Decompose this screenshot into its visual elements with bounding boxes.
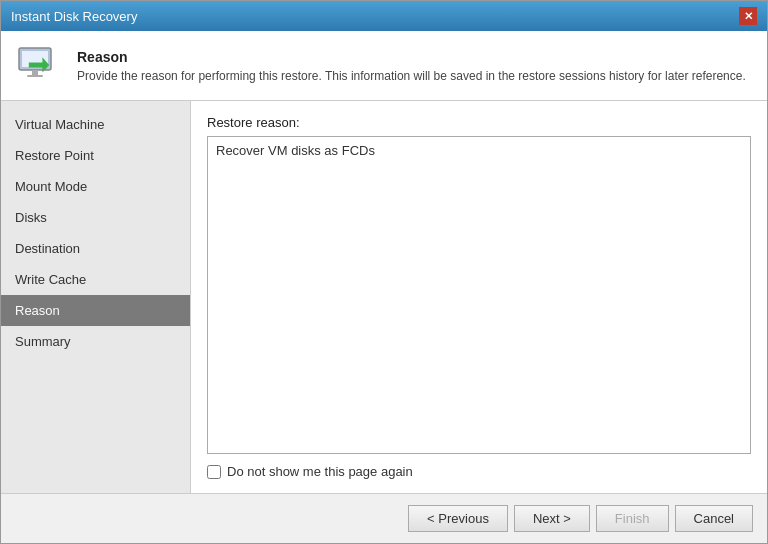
- dont-show-label[interactable]: Do not show me this page again: [227, 464, 413, 479]
- restore-reason-textarea[interactable]: Recover VM disks as FCDs: [207, 136, 751, 454]
- content-area: Virtual Machine Restore Point Mount Mode…: [1, 101, 767, 493]
- header-icon: [15, 42, 63, 90]
- dont-show-checkbox[interactable]: [207, 465, 221, 479]
- checkbox-row: Do not show me this page again: [207, 464, 751, 479]
- sidebar-item-restore-point[interactable]: Restore Point: [1, 140, 190, 171]
- svg-rect-3: [27, 75, 43, 77]
- sidebar-item-reason[interactable]: Reason: [1, 295, 190, 326]
- dialog-title: Instant Disk Recovery: [11, 9, 137, 24]
- sidebar-item-mount-mode[interactable]: Mount Mode: [1, 171, 190, 202]
- sidebar: Virtual Machine Restore Point Mount Mode…: [1, 101, 191, 493]
- footer: < Previous Next > Finish Cancel: [1, 493, 767, 543]
- header-section: Reason Provide the reason for performing…: [1, 31, 767, 101]
- sidebar-item-virtual-machine[interactable]: Virtual Machine: [1, 109, 190, 140]
- cancel-button[interactable]: Cancel: [675, 505, 753, 532]
- header-title: Reason: [77, 49, 746, 65]
- header-text: Reason Provide the reason for performing…: [77, 49, 746, 83]
- sidebar-item-destination[interactable]: Destination: [1, 233, 190, 264]
- sidebar-item-disks[interactable]: Disks: [1, 202, 190, 233]
- previous-button[interactable]: < Previous: [408, 505, 508, 532]
- finish-button[interactable]: Finish: [596, 505, 669, 532]
- header-description: Provide the reason for performing this r…: [77, 69, 746, 83]
- dialog: Instant Disk Recovery ✕ Reason Provide t…: [0, 0, 768, 544]
- svg-rect-2: [32, 70, 38, 75]
- sidebar-item-summary[interactable]: Summary: [1, 326, 190, 357]
- sidebar-item-write-cache[interactable]: Write Cache: [1, 264, 190, 295]
- restore-reason-label: Restore reason:: [207, 115, 751, 130]
- main-content: Restore reason: Recover VM disks as FCDs…: [191, 101, 767, 493]
- title-bar: Instant Disk Recovery ✕: [1, 1, 767, 31]
- next-button[interactable]: Next >: [514, 505, 590, 532]
- close-button[interactable]: ✕: [739, 7, 757, 25]
